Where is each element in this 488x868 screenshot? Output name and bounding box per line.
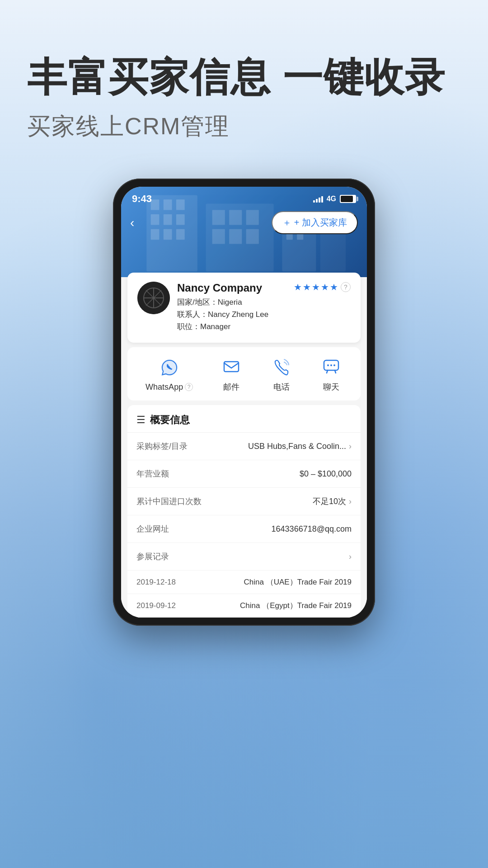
- country-label: 国家/地区：: [177, 298, 218, 307]
- whatsapp-label: WhatsApp: [145, 382, 183, 392]
- purchase-tag-row[interactable]: 采购标签/目录 USB Hubs,Fans & Coolin...›: [127, 433, 361, 460]
- purchase-tag-label: 采购标签/目录: [136, 441, 188, 452]
- email-label: 邮件: [223, 382, 239, 392]
- whatsapp-label-row: WhatsApp ?: [145, 382, 193, 392]
- signal-bars-icon: [313, 195, 323, 203]
- country-value: Nigeria: [218, 298, 242, 307]
- phone-header-image: 9:43 4G: [121, 187, 367, 277]
- battery-tip: [357, 197, 358, 201]
- chat-label: 聊天: [323, 382, 339, 392]
- page-content: 丰富买家信息 一键收录 买家线上CRM管理: [0, 0, 488, 868]
- section-title: 概要信息: [150, 413, 190, 427]
- status-bar: 9:43 4G: [121, 187, 367, 208]
- section-header: ☰ 概要信息: [127, 405, 361, 433]
- company-position: 职位：Manager: [177, 321, 351, 332]
- company-contact: 联系人：Nancy Zheng Lee: [177, 309, 351, 320]
- trade-fair-row-1: 2019-12-18 China （UAE）Trade Fair 2019: [127, 571, 361, 594]
- exhibition-record-value: ›: [349, 552, 352, 561]
- website-row: 企业网址 1643366718@qq.com: [127, 515, 361, 543]
- whatsapp-help-icon[interactable]: ?: [185, 383, 193, 391]
- company-country: 国家/地区：Nigeria: [177, 297, 351, 307]
- trade-fair-row-2: 2019-09-12 China （Egypt）Trade Fair 2019: [127, 594, 361, 618]
- position-value: Manager: [200, 322, 230, 331]
- star-5: ★: [330, 282, 338, 292]
- whatsapp-icon: [158, 356, 181, 379]
- phone-nav: ‹ ＋ + 加入买家库: [121, 208, 367, 239]
- star-4: ★: [321, 282, 329, 292]
- website-label: 企业网址: [136, 524, 169, 534]
- email-action[interactable]: 邮件: [220, 355, 243, 392]
- chevron-icon: ›: [349, 442, 352, 451]
- back-button[interactable]: ‹: [130, 216, 134, 230]
- overview-section: ☰ 概要信息 采购标签/目录 USB Hubs,Fans & Coolin...…: [127, 405, 361, 618]
- annual-revenue-label: 年营业额: [136, 468, 169, 479]
- avatar-image: [137, 282, 170, 314]
- status-icons: 4G: [313, 195, 356, 203]
- annual-revenue-row: 年营业额 $0 – $100,000: [127, 460, 361, 488]
- rating-help-icon[interactable]: ?: [341, 282, 351, 292]
- signal-bar-2: [316, 199, 318, 203]
- add-icon: ＋: [282, 217, 291, 229]
- star-1: ★: [294, 282, 302, 292]
- whatsapp-action[interactable]: WhatsApp ?: [145, 356, 193, 392]
- star-3: ★: [312, 282, 320, 292]
- network-label: 4G: [327, 195, 336, 203]
- battery-fill: [341, 196, 353, 202]
- trade-date-1: 2019-12-18: [136, 578, 186, 587]
- phone-mockup: 9:43 4G: [113, 179, 375, 626]
- add-to-library-button[interactable]: ＋ + 加入买家库: [272, 211, 358, 234]
- action-buttons: WhatsApp ? 邮件: [127, 347, 361, 401]
- signal-bar-4: [321, 196, 323, 203]
- signal-bar-3: [319, 198, 320, 203]
- chat-icon: [320, 355, 343, 378]
- contact-label: 联系人：: [177, 310, 208, 319]
- section-icon: ☰: [136, 414, 145, 426]
- svg-rect-30: [224, 362, 239, 372]
- battery-icon: [340, 195, 356, 203]
- signal-bar-1: [313, 200, 315, 203]
- contact-value: Nancy Zheng Lee: [208, 310, 268, 319]
- add-button-label: + 加入买家库: [294, 217, 347, 229]
- phone-call-icon: [270, 355, 293, 378]
- phone-label: 电话: [273, 382, 290, 392]
- svg-point-33: [330, 364, 332, 366]
- main-title: 丰富买家信息 一键收录: [27, 54, 461, 100]
- status-time: 9:43: [132, 193, 152, 205]
- email-icon: [220, 355, 243, 378]
- purchase-tag-value: USB Hubs,Fans & Coolin...›: [248, 442, 352, 451]
- website-value: 1643366718@qq.com: [272, 524, 352, 534]
- phone-screen: 9:43 4G: [121, 187, 367, 618]
- import-count-row[interactable]: 累计中国进口次数 不足10次›: [127, 488, 361, 515]
- import-count-label: 累计中国进口次数: [136, 496, 202, 507]
- svg-point-34: [333, 364, 335, 366]
- trade-name-2: China （Egypt）Trade Fair 2019: [240, 600, 352, 611]
- trade-date-2: 2019-09-12: [136, 601, 186, 610]
- star-rating: ★ ★ ★ ★ ★ ?: [294, 282, 351, 292]
- annual-revenue-value: $0 – $100,000: [300, 469, 352, 479]
- chevron-icon-2: ›: [349, 497, 352, 506]
- exhibition-record-row[interactable]: 参展记录 ›: [127, 543, 361, 571]
- import-count-value: 不足10次›: [313, 496, 352, 507]
- chevron-icon-3: ›: [349, 552, 352, 561]
- exhibition-record-label: 参展记录: [136, 551, 169, 562]
- phone-frame: 9:43 4G: [113, 179, 375, 626]
- company-card: Nancy Company 国家/地区：Nigeria 联系人：Nancy Zh…: [127, 273, 361, 343]
- screen-content: Nancy Company 国家/地区：Nigeria 联系人：Nancy Zh…: [121, 273, 367, 618]
- header-section: 丰富买家信息 一键收录 买家线上CRM管理: [0, 0, 488, 160]
- phone-action[interactable]: 电话: [270, 355, 293, 392]
- svg-point-32: [327, 364, 329, 366]
- avatar: [137, 282, 170, 314]
- subtitle: 买家线上CRM管理: [27, 111, 461, 142]
- position-label: 职位：: [177, 322, 200, 331]
- chat-action[interactable]: 聊天: [320, 355, 343, 392]
- star-2: ★: [303, 282, 311, 292]
- stars: ★ ★ ★ ★ ★: [294, 282, 338, 292]
- trade-name-1: China （UAE）Trade Fair 2019: [244, 577, 352, 587]
